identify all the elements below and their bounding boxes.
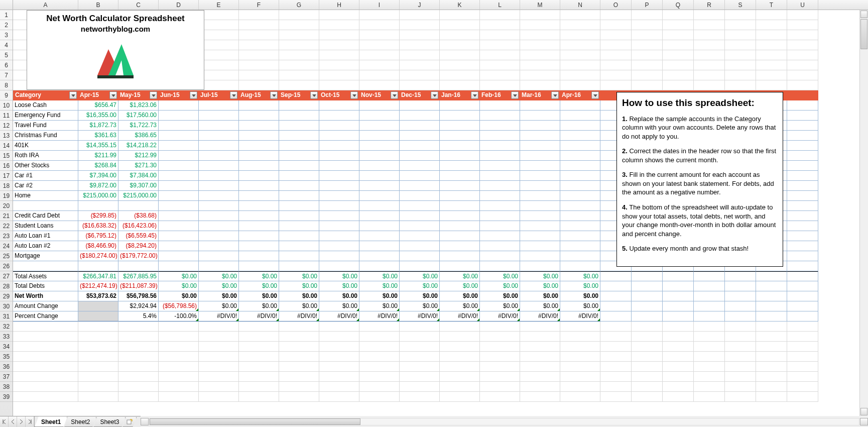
summary-value[interactable]: $0.00 bbox=[239, 281, 279, 291]
filter-button[interactable] bbox=[350, 91, 358, 99]
tab-nav-first[interactable] bbox=[0, 416, 9, 427]
summary-value[interactable]: $267,885.95 bbox=[118, 271, 159, 281]
summary-value[interactable]: $0.00 bbox=[440, 301, 480, 311]
vertical-scroll-thumb[interactable] bbox=[860, 19, 867, 49]
row-header-19[interactable]: 19 bbox=[0, 191, 13, 201]
header-month-Jan-16[interactable]: Jan-16 bbox=[440, 90, 480, 100]
summary-value[interactable]: $0.00 bbox=[279, 301, 319, 311]
summary-value[interactable]: #DIV/0! bbox=[520, 311, 560, 322]
summary-value[interactable]: $53,873.62 bbox=[78, 291, 118, 301]
value-cell[interactable]: $14,218.22 bbox=[118, 141, 159, 151]
filter-button[interactable] bbox=[109, 91, 117, 99]
summary-value[interactable]: $0.00 bbox=[560, 281, 600, 291]
header-month-Jul-15[interactable]: Jul-15 bbox=[199, 90, 239, 100]
horizontal-scroll-thumb[interactable] bbox=[150, 418, 360, 425]
value-cell[interactable]: $386.65 bbox=[118, 131, 159, 141]
category-cell[interactable]: Credit Card Debt bbox=[13, 211, 78, 221]
value-cell[interactable]: ($38.68) bbox=[118, 211, 159, 221]
tab-nav-next[interactable] bbox=[17, 416, 26, 427]
summary-value[interactable]: $0.00 bbox=[440, 281, 480, 291]
col-header-E[interactable]: E bbox=[199, 0, 239, 10]
row-header-35[interactable]: 35 bbox=[0, 352, 13, 362]
summary-value[interactable]: $0.00 bbox=[440, 271, 480, 281]
header-month-Jun-15[interactable]: Jun-15 bbox=[159, 90, 199, 100]
value-cell[interactable]: $1,823.06 bbox=[118, 100, 159, 111]
value-cell[interactable]: $211.99 bbox=[78, 151, 118, 161]
row-header-32[interactable]: 32 bbox=[0, 322, 13, 332]
col-header-J[interactable]: J bbox=[400, 0, 440, 10]
category-cell[interactable]: Car #1 bbox=[13, 171, 78, 181]
summary-label[interactable]: Total Assets bbox=[13, 271, 78, 281]
category-cell[interactable]: Home bbox=[13, 191, 78, 201]
summary-value[interactable]: $0.00 bbox=[239, 291, 279, 301]
col-header-I[interactable]: I bbox=[359, 0, 400, 10]
summary-value[interactable]: $0.00 bbox=[199, 281, 239, 291]
scroll-down-button[interactable] bbox=[860, 408, 867, 415]
summary-value[interactable]: $0.00 bbox=[400, 301, 440, 311]
col-header-K[interactable]: K bbox=[440, 0, 480, 10]
row-header-8[interactable]: 8 bbox=[0, 80, 13, 90]
value-cell[interactable]: $271.30 bbox=[118, 161, 159, 171]
col-header-F[interactable]: F bbox=[239, 0, 279, 10]
header-month-Mar-16[interactable]: Mar-16 bbox=[520, 90, 560, 100]
filter-button[interactable] bbox=[190, 91, 197, 99]
category-cell[interactable]: Auto Loan #1 bbox=[13, 231, 78, 241]
summary-value[interactable]: $0.00 bbox=[560, 291, 600, 301]
summary-value[interactable]: $0.00 bbox=[480, 281, 520, 291]
summary-value[interactable]: $0.00 bbox=[560, 271, 600, 281]
summary-value[interactable] bbox=[78, 301, 118, 311]
value-cell[interactable]: $14,355.15 bbox=[78, 141, 118, 151]
summary-value[interactable]: #DIV/0! bbox=[359, 311, 400, 322]
filter-button[interactable] bbox=[591, 91, 599, 99]
col-header-C[interactable]: C bbox=[118, 0, 159, 10]
filter-button[interactable] bbox=[391, 91, 398, 99]
summary-label[interactable]: Total Debts bbox=[13, 281, 78, 291]
summary-value[interactable]: $0.00 bbox=[440, 291, 480, 301]
summary-value[interactable]: $0.00 bbox=[239, 271, 279, 281]
summary-value[interactable]: #DIV/0! bbox=[560, 311, 600, 322]
scroll-up-button[interactable] bbox=[860, 11, 867, 18]
category-cell[interactable]: Christmas Fund bbox=[13, 131, 78, 141]
row-header-33[interactable]: 33 bbox=[0, 332, 13, 342]
header-month-Apr-15[interactable]: Apr-15 bbox=[78, 90, 118, 100]
value-cell[interactable]: $215,000.00 bbox=[118, 191, 159, 201]
row-header-16[interactable]: 16 bbox=[0, 161, 13, 171]
row-header-12[interactable]: 12 bbox=[0, 121, 13, 131]
value-cell[interactable]: $1,872.73 bbox=[78, 121, 118, 131]
value-cell[interactable]: $361.63 bbox=[78, 131, 118, 141]
row-header-21[interactable]: 21 bbox=[0, 211, 13, 221]
tab-nav-last[interactable] bbox=[26, 416, 34, 427]
summary-value[interactable]: $266,347.81 bbox=[78, 271, 118, 281]
summary-value[interactable]: $0.00 bbox=[319, 291, 359, 301]
row-header-38[interactable]: 38 bbox=[0, 382, 13, 392]
category-cell[interactable]: Travel Fund bbox=[13, 121, 78, 131]
category-cell[interactable]: Other Stocks bbox=[13, 161, 78, 171]
col-header-M[interactable]: M bbox=[520, 0, 560, 10]
row-header-4[interactable]: 4 bbox=[0, 40, 13, 50]
filter-button[interactable] bbox=[431, 91, 438, 99]
summary-value[interactable]: $0.00 bbox=[279, 281, 319, 291]
summary-value[interactable]: #DIV/0! bbox=[279, 311, 319, 322]
row-header-27[interactable]: 27 bbox=[0, 271, 13, 281]
summary-value[interactable]: $0.00 bbox=[359, 301, 400, 311]
vertical-scrollbar[interactable] bbox=[859, 10, 868, 416]
summary-label[interactable]: Amount Change bbox=[13, 301, 78, 311]
summary-value[interactable]: ($56,798.56) bbox=[159, 301, 199, 311]
col-header-B[interactable]: B bbox=[78, 0, 118, 10]
row-header-20[interactable]: 20 bbox=[0, 201, 13, 211]
row-header-26[interactable]: 26 bbox=[0, 261, 13, 271]
category-cell[interactable]: 401K bbox=[13, 141, 78, 151]
row-header-18[interactable]: 18 bbox=[0, 181, 13, 191]
summary-value[interactable]: $2,924.94 bbox=[118, 301, 159, 311]
row-header-17[interactable]: 17 bbox=[0, 171, 13, 181]
summary-value[interactable]: $0.00 bbox=[199, 271, 239, 281]
summary-value[interactable]: #DIV/0! bbox=[400, 311, 440, 322]
col-header-R[interactable]: R bbox=[694, 0, 725, 10]
row-header-30[interactable]: 30 bbox=[0, 301, 13, 311]
summary-value[interactable]: ($212,474.19) bbox=[78, 281, 118, 291]
summary-value[interactable]: $0.00 bbox=[520, 271, 560, 281]
row-header-37[interactable]: 37 bbox=[0, 372, 13, 382]
col-header-N[interactable]: N bbox=[560, 0, 600, 10]
horizontal-scrollbar[interactable] bbox=[141, 416, 868, 427]
col-header-L[interactable]: L bbox=[480, 0, 520, 10]
